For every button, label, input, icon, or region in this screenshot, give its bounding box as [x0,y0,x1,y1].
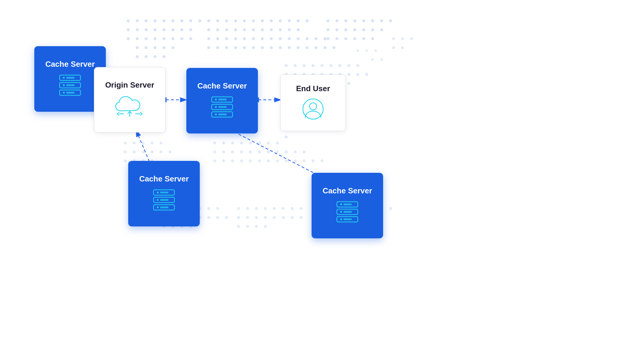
svg-point-24 [154,37,157,40]
svg-point-79 [243,46,246,49]
svg-point-176 [142,150,145,153]
svg-point-67 [261,37,264,40]
svg-point-59 [288,28,291,31]
svg-point-45 [270,19,273,22]
svg-point-100 [344,28,347,31]
svg-point-193 [222,150,225,153]
svg-point-170 [133,142,136,145]
svg-point-80 [252,46,255,49]
svg-point-4 [127,19,130,22]
svg-point-40 [225,19,228,22]
svg-point-48 [297,19,300,22]
svg-point-245 [255,216,258,219]
svg-point-188 [249,142,252,145]
svg-point-27 [180,37,183,40]
svg-point-68 [270,37,273,40]
svg-point-210 [276,159,279,162]
svg-point-89 [332,46,335,49]
svg-point-104 [380,28,383,31]
svg-point-319 [157,192,159,193]
svg-point-207 [249,159,252,162]
svg-point-242 [300,207,303,210]
svg-rect-335 [343,218,352,220]
svg-rect-315 [218,114,227,115]
svg-point-101 [353,28,356,31]
svg-point-187 [240,142,243,145]
diagram-container: Cache Server Origin Server [0,0,644,362]
cloud-icon [113,94,146,118]
end-user: End User [280,74,346,131]
svg-point-13 [127,28,130,31]
svg-point-281 [401,37,404,40]
svg-point-44 [261,19,264,22]
svg-point-131 [329,64,332,67]
svg-point-202 [303,150,306,153]
svg-point-93 [353,19,356,22]
server-icon-topleft [57,74,83,97]
svg-point-41 [234,19,237,22]
svg-point-173 [160,142,162,145]
cache-server-bottom-right: Cache Server [312,173,383,238]
svg-point-240 [282,207,285,210]
svg-point-77 [225,46,228,49]
svg-point-179 [168,150,171,153]
svg-point-38 [207,19,210,22]
svg-point-247 [273,216,276,219]
svg-point-191 [276,142,279,145]
svg-point-78 [234,46,237,49]
svg-point-23 [145,37,148,40]
svg-point-62 [216,37,219,40]
svg-point-134 [356,64,359,67]
svg-point-133 [347,64,350,67]
svg-point-5 [136,19,139,22]
svg-point-39 [216,19,219,22]
svg-point-251 [237,225,240,228]
svg-point-102 [362,28,365,31]
svg-point-25 [162,37,165,40]
svg-point-277 [389,207,392,210]
svg-point-34 [136,55,139,58]
svg-point-35 [145,55,148,58]
svg-point-168 [285,136,288,139]
svg-point-81 [261,46,264,49]
svg-point-200 [285,150,288,153]
svg-point-46 [279,19,282,22]
svg-point-249 [291,216,294,219]
svg-point-10 [180,19,183,22]
svg-point-235 [237,207,240,210]
svg-point-17 [162,28,165,31]
svg-point-177 [151,150,154,153]
svg-rect-323 [160,199,168,201]
svg-point-36 [154,55,157,58]
svg-point-248 [282,216,285,219]
svg-point-84 [288,46,291,49]
svg-point-26 [171,37,174,40]
svg-point-61 [207,37,210,40]
origin-server-label: Origin Server [105,80,154,90]
server-icon-mid [209,95,236,119]
svg-point-83 [279,46,282,49]
svg-point-18 [171,28,174,31]
svg-point-19 [180,28,183,31]
svg-point-302 [63,92,65,94]
svg-point-106 [335,37,338,40]
svg-point-196 [249,150,252,153]
svg-point-51 [216,28,219,31]
svg-point-180 [124,159,127,162]
svg-point-243 [237,216,240,219]
svg-point-99 [335,28,338,31]
svg-point-87 [315,46,318,49]
svg-point-16 [154,28,157,31]
svg-point-37 [162,55,165,58]
svg-point-237 [255,207,258,210]
svg-point-12 [198,19,201,22]
svg-point-85 [297,46,300,49]
svg-point-212 [294,159,297,162]
svg-point-108 [353,37,356,40]
svg-point-73 [315,37,318,40]
svg-point-201 [294,150,297,153]
svg-point-184 [213,142,216,145]
svg-point-63 [225,37,228,40]
end-user-label: End User [296,84,330,93]
svg-point-289 [371,58,374,61]
